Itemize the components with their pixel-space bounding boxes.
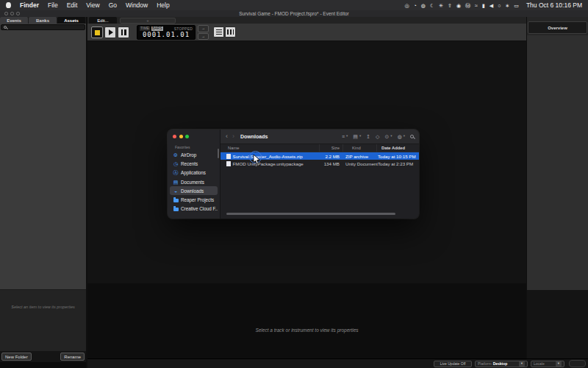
chevron-down-icon: ▾ xyxy=(359,135,361,138)
platform-dropdown[interactable]: Platform Desktop ▾ xyxy=(475,361,528,367)
apple-logo-icon[interactable] xyxy=(6,2,11,8)
transport-bar: TIME BARS STOPPED 0001.01.01 → → xyxy=(87,24,526,41)
close-button[interactable] xyxy=(173,135,176,138)
column-header-date-added[interactable]: Date Added xyxy=(376,144,419,152)
menu-bar-clock[interactable]: Thu Oct 6 10:16 PM xyxy=(526,1,582,9)
recents-icon: ◷ xyxy=(173,161,179,166)
wifi-icon[interactable]: ≈ xyxy=(475,3,478,8)
sidebar-item-label: Creative Cloud F... xyxy=(181,206,218,211)
horizontal-scrollbar[interactable] xyxy=(226,213,395,215)
tab-events[interactable]: Events xyxy=(0,17,29,24)
play-button[interactable] xyxy=(104,26,116,38)
locale-dropdown[interactable]: Locale ▾ xyxy=(531,361,564,367)
screen-record-icon[interactable]: ◉ xyxy=(456,3,461,8)
pause-button[interactable] xyxy=(118,26,129,38)
finder-toolbar: ‹ › Downloads ≡ ▾ ▤ ▾ ↥ ◇ ⊙ ▾ ◍ ▾ xyxy=(220,130,419,144)
back-button[interactable]: ‹ xyxy=(226,133,228,140)
sidebar-item-creative-cloud[interactable]: Creative Cloud F... xyxy=(170,205,218,213)
assets-list[interactable] xyxy=(0,31,86,290)
asset-properties-panel: Select an item to view its properties xyxy=(0,290,86,351)
sidebar-item-downloads[interactable]: ◒ Downloads xyxy=(170,186,218,195)
sidebar-item-recents[interactable]: ◷ Recents xyxy=(170,159,218,168)
forward-button[interactable]: › xyxy=(232,133,234,140)
menu-view[interactable]: View xyxy=(82,0,104,10)
sidebar-item-label: Documents xyxy=(181,180,204,185)
bluetooth-icon[interactable]: ∗ xyxy=(505,3,509,8)
sidebar-item-applications[interactable]: Ⓐ Applications xyxy=(170,169,218,177)
column-header-name[interactable]: Name xyxy=(220,146,319,150)
view-toggle-group xyxy=(213,26,236,38)
menu-go[interactable]: Go xyxy=(104,0,121,10)
minimize-button[interactable] xyxy=(179,135,183,138)
status-extra-field[interactable] xyxy=(569,360,586,367)
file-size: 134 MB xyxy=(319,161,343,166)
battery-icon[interactable]: ▮ xyxy=(482,3,485,8)
overview-footer xyxy=(527,290,588,358)
menu-window[interactable]: Window xyxy=(121,0,152,10)
extension-icon[interactable]: ◍ xyxy=(398,134,402,139)
transport-options: → → xyxy=(198,25,209,40)
sidebar-item-documents[interactable]: ▤ Documents xyxy=(170,177,218,186)
bars-mode-toggle[interactable]: BARS xyxy=(151,26,163,31)
camera-icon[interactable]: ◍ xyxy=(421,3,426,8)
group-by-icon[interactable]: ▤ xyxy=(353,134,358,139)
tab-edit[interactable]: Edit... xyxy=(89,17,117,24)
downloads-icon: ◒ xyxy=(173,188,179,194)
assets-search-field[interactable] xyxy=(1,24,85,30)
do-not-disturb-moon-icon[interactable]: ☾ xyxy=(430,3,434,8)
search-icon[interactable] xyxy=(410,135,414,138)
share-icon[interactable]: ↥ xyxy=(366,134,370,139)
view-options-icon[interactable]: ≡ xyxy=(342,134,345,139)
follow-playhead-button[interactable]: → xyxy=(198,25,209,32)
assets-browser-panel: Events Banks Assets Select an item to vi… xyxy=(0,17,86,368)
finder-toolbar-tools: ≡ ▾ ▤ ▾ ↥ ◇ ⊙ ▾ ◍ ▾ xyxy=(342,134,414,139)
tracks-view-button[interactable] xyxy=(213,26,224,38)
sidebar-item-reaper-projects[interactable]: Reaper Projects xyxy=(170,195,218,204)
search-icon xyxy=(4,26,7,29)
menu-finder[interactable]: Finder xyxy=(15,0,43,10)
display-brightness-icon[interactable]: ✳ xyxy=(439,3,443,8)
sidebar-item-airdrop[interactable]: ⊚ AirDrop xyxy=(170,150,218,159)
zoom-button[interactable] xyxy=(185,135,189,138)
live-update-button[interactable]: Live Update Off xyxy=(434,361,472,367)
file-date-added: Today at 2:23 PM xyxy=(376,161,419,166)
spotlight-search-icon[interactable]: ○ xyxy=(498,3,501,8)
time-mode-toggle[interactable]: TIME xyxy=(140,26,150,31)
stop-button[interactable] xyxy=(91,26,103,38)
close-button[interactable] xyxy=(4,12,8,15)
window-title: Survival Game - FMOD Project.fspro* - Ev… xyxy=(239,11,349,16)
control-center-icon[interactable]: ▭ xyxy=(514,3,519,8)
editor-tab-bar: Edit... + xyxy=(87,17,526,24)
keyboard-brightness-icon[interactable]: ⇧ xyxy=(448,3,452,8)
menu-edit[interactable]: Edit xyxy=(62,0,82,10)
platform-value: Desktop xyxy=(493,362,508,366)
file-kind: Unity Document xyxy=(343,161,376,166)
column-header-size[interactable]: Size xyxy=(319,144,343,152)
sidebar-scrollbar[interactable] xyxy=(218,149,219,158)
shield-icon[interactable]: ◎ xyxy=(405,3,409,8)
new-folder-button[interactable]: New Folder xyxy=(1,353,32,361)
finder-window-controls xyxy=(173,135,189,138)
minimize-button[interactable] xyxy=(10,12,14,15)
applications-icon: Ⓐ xyxy=(173,170,179,175)
sidebar-items: ⊚ AirDrop ◷ Recents Ⓐ Applications ▤ Doc… xyxy=(170,150,218,213)
music-app-icon[interactable]: Ⓜ xyxy=(465,3,470,8)
finder-window: Favorites ⊚ AirDrop ◷ Recents Ⓐ Applicat… xyxy=(168,130,419,219)
tags-icon[interactable]: ◇ xyxy=(376,134,379,139)
new-tab-button[interactable]: + xyxy=(120,18,176,24)
rename-button[interactable]: Rename xyxy=(60,353,85,361)
overview-header[interactable]: Overview xyxy=(528,21,587,34)
search-input[interactable] xyxy=(9,25,82,29)
lanes-view-button[interactable] xyxy=(225,26,236,38)
menu-file[interactable]: File xyxy=(43,0,62,10)
tab-banks[interactable]: Banks xyxy=(29,17,57,24)
desktop: Finder File Edit View Go Window Help ◎ ◔… xyxy=(0,0,588,368)
clock-icon[interactable]: ◔ xyxy=(414,3,417,8)
zoom-button[interactable] xyxy=(16,12,20,15)
column-header-kind[interactable]: Kind xyxy=(343,144,376,152)
menu-help[interactable]: Help xyxy=(152,0,173,10)
tab-assets[interactable]: Assets xyxy=(57,17,86,24)
snap-playhead-button[interactable]: → xyxy=(198,33,209,40)
volume-icon[interactable]: ◀ xyxy=(490,3,493,8)
more-actions-icon[interactable]: ⊙ xyxy=(384,134,389,139)
